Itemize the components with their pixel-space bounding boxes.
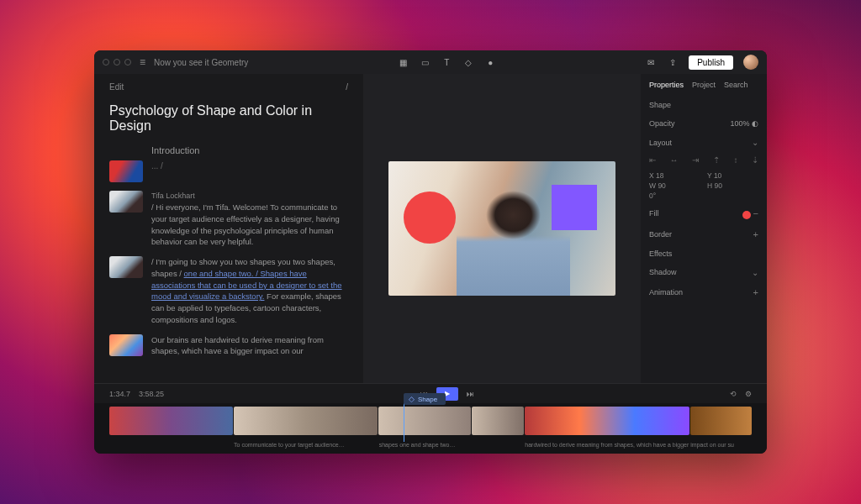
- section-intro: Introduction: [151, 145, 348, 155]
- timeline-clip[interactable]: [525, 407, 689, 435]
- timeline-track[interactable]: Shape: [94, 403, 767, 442]
- timeline-clip[interactable]: [472, 407, 523, 435]
- transcript-text[interactable]: Our brains are hardwired to derive meani…: [151, 335, 324, 356]
- caption-text: shapes one and shape two…: [379, 442, 472, 454]
- timeline-clip[interactable]: [109, 407, 233, 435]
- shape-circle-red[interactable]: [404, 192, 456, 244]
- user-avatar[interactable]: [743, 55, 758, 70]
- shape-square-purple[interactable]: [552, 185, 597, 230]
- frame-icon[interactable]: ▭: [419, 56, 430, 68]
- animation-label: Animation: [649, 288, 683, 297]
- slash-indicator: /: [346, 82, 348, 92]
- caption-text: To communicate to your target audience…: [234, 442, 378, 454]
- visibility-icon[interactable]: ◐: [752, 119, 758, 128]
- current-timecode: 1:34.7: [109, 390, 130, 398]
- titlebar: ≡ Now you see it Geometry ▦ ▭ T ◇ ● ✉ ⇪ …: [94, 50, 767, 74]
- caption-text: hardwired to derive meaning from shapes,…: [525, 442, 752, 454]
- text-icon[interactable]: T: [441, 56, 452, 68]
- clip-thumbnail[interactable]: [109, 334, 143, 356]
- clip-thumbnail[interactable]: [109, 256, 143, 278]
- size-w[interactable]: W 90: [649, 181, 700, 190]
- fill-swatch[interactable]: [742, 211, 751, 219]
- properties-panel: Properties Project Search Shape Opacity …: [641, 74, 767, 383]
- video-preview[interactable]: [363, 74, 641, 383]
- timeline-clip[interactable]: [378, 407, 471, 435]
- window-controls[interactable]: [103, 59, 131, 66]
- tab-search[interactable]: Search: [724, 81, 748, 89]
- timeline-clip[interactable]: [690, 407, 752, 435]
- edit-label[interactable]: Edit: [109, 82, 124, 92]
- document-title[interactable]: Psychology of Shape and Color in Design: [109, 103, 348, 134]
- loop-icon[interactable]: ⟲: [730, 390, 737, 398]
- fill-label: Fill: [649, 209, 659, 218]
- next-frame-icon[interactable]: ⏭: [467, 390, 474, 398]
- timeline-clip[interactable]: [234, 407, 378, 435]
- timeline[interactable]: Shape To communicate to your target audi…: [94, 403, 767, 454]
- chevron-down-icon[interactable]: [752, 268, 758, 277]
- size-h[interactable]: H 90: [707, 181, 758, 190]
- rotation[interactable]: 0°: [649, 192, 700, 200]
- add-border-icon[interactable]: [753, 229, 758, 239]
- comment-icon[interactable]: ✉: [645, 56, 657, 68]
- transcript-text[interactable]: / Hi everyone, I'm Tifa. Welcome! To com…: [151, 202, 340, 246]
- remove-fill-icon[interactable]: [753, 210, 758, 218]
- timeline-captions: To communicate to your target audience… …: [94, 442, 767, 454]
- shadow-label[interactable]: Shadow: [649, 268, 677, 276]
- tab-properties[interactable]: Properties: [649, 81, 684, 89]
- hamburger-icon[interactable]: ≡: [140, 56, 145, 68]
- ellipsis: ... /: [151, 161, 163, 171]
- script-panel: Edit / Psychology of Shape and Color in …: [94, 74, 363, 383]
- desktop-wallpaper: ≡ Now you see it Geometry ▦ ▭ T ◇ ● ✉ ⇪ …: [0, 0, 861, 504]
- clip-thumbnail[interactable]: [109, 191, 143, 213]
- settings-icon[interactable]: ⚙: [745, 390, 752, 398]
- tab-project[interactable]: Project: [692, 81, 716, 89]
- mic-icon[interactable]: ●: [484, 56, 496, 68]
- publish-button[interactable]: Publish: [689, 55, 733, 70]
- add-animation-icon[interactable]: [753, 287, 758, 297]
- playhead[interactable]: [404, 403, 404, 442]
- project-name: Now you see it Geometry: [154, 58, 248, 67]
- shape-section: Shape: [649, 101, 671, 109]
- share-icon[interactable]: ⇪: [667, 56, 679, 68]
- shapes-icon[interactable]: ◇: [462, 56, 474, 68]
- video-frame: [388, 161, 615, 296]
- layout-section[interactable]: Layout: [649, 139, 672, 147]
- pos-x[interactable]: X 18: [649, 171, 700, 180]
- speaker-name: Tifa Lockhart: [151, 191, 348, 202]
- shape-marker[interactable]: Shape: [404, 393, 446, 405]
- alignment-row[interactable]: ⇤↔⇥⇡↕⇣: [649, 154, 758, 166]
- border-label: Border: [649, 230, 672, 239]
- pos-y[interactable]: Y 10: [707, 171, 758, 180]
- opacity-label: Opacity: [649, 119, 675, 128]
- effects-label: Effects: [649, 249, 672, 258]
- grid-icon[interactable]: ▦: [397, 56, 409, 68]
- opacity-value[interactable]: 100%: [730, 119, 749, 128]
- clip-thumbnail[interactable]: [109, 160, 143, 182]
- app-window: ≡ Now you see it Geometry ▦ ▭ T ◇ ● ✉ ⇪ …: [94, 50, 767, 454]
- total-duration: 3:58.25: [139, 390, 164, 398]
- chevron-down-icon[interactable]: [752, 138, 758, 147]
